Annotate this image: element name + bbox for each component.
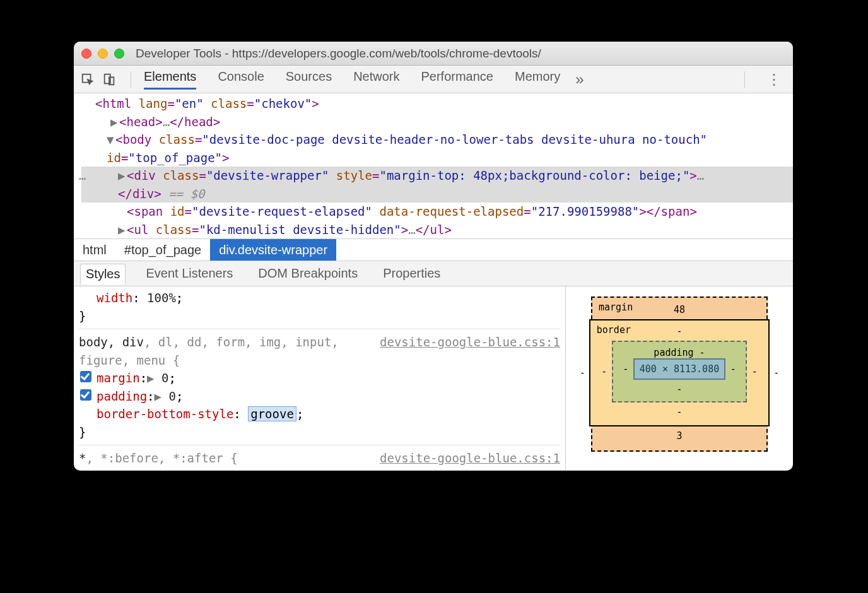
css-source-link[interactable]: devsite-google-blue.css:1 xyxy=(380,449,560,467)
tab-performance[interactable]: Performance xyxy=(421,69,494,90)
box-model-border[interactable]: border - - padding - - 400 × 8113.080 - xyxy=(589,319,770,426)
box-model-margin[interactable]: margin 48 - border - - padding - - xyxy=(591,296,768,452)
dom-node-selected[interactable]: …▶<div class="devsite-wrapper" style="ma… xyxy=(81,167,793,203)
main-toolbar: Elements Console Sources Network Perform… xyxy=(74,66,793,93)
window-controls xyxy=(81,49,124,59)
border-label: border xyxy=(597,324,631,336)
box-model-pane[interactable]: margin 48 - border - - padding - - xyxy=(566,286,793,471)
style-rule[interactable]: width: 100%; } xyxy=(79,289,560,329)
minimize-icon[interactable] xyxy=(98,49,108,59)
css-declaration[interactable]: margin:▶ 0; xyxy=(79,369,560,387)
breadcrumb-item[interactable]: #top_of_page xyxy=(115,239,210,261)
close-icon[interactable] xyxy=(81,49,91,59)
sidebar-subtabs: Styles Event Listeners DOM Breakpoints P… xyxy=(74,261,793,286)
separator xyxy=(131,71,131,88)
css-value[interactable]: 100% xyxy=(147,291,176,305)
dom-node-html[interactable]: <html lang="en" class="chekov"> xyxy=(81,95,793,113)
style-rule[interactable]: devsite-google-blue.css:1 *, *:before, *… xyxy=(79,449,560,471)
css-value-input[interactable]: groove xyxy=(248,406,296,421)
margin-bottom-value[interactable]: 3 xyxy=(604,430,755,442)
padding-left-value[interactable]: - xyxy=(622,363,630,375)
styles-pane[interactable]: width: 100%; } devsite-google-blue.css:1… xyxy=(74,286,566,471)
breadcrumb-item-selected[interactable]: div.devsite-wrapper xyxy=(210,239,336,261)
padding-bottom-value[interactable]: - xyxy=(622,384,737,395)
overflow-tabs-icon[interactable]: » xyxy=(575,71,584,88)
breadcrumb-item[interactable]: html xyxy=(74,239,115,261)
panel-tabs: Elements Console Sources Network Perform… xyxy=(144,69,560,90)
tab-console[interactable]: Console xyxy=(218,69,264,90)
dom-node-span[interactable]: <span id="devsite-request-elapsed" data-… xyxy=(81,203,793,221)
css-declaration-editing[interactable]: border-bottom-style: groove; xyxy=(79,405,560,423)
checkbox-icon[interactable] xyxy=(80,389,91,401)
zoom-icon[interactable] xyxy=(114,49,124,59)
separator xyxy=(744,71,745,88)
padding-right-value[interactable]: - xyxy=(729,363,737,375)
dom-node-head[interactable]: ▶<head>…</head> xyxy=(81,113,793,131)
dom-node-ul[interactable]: ▶<ul class="kd-menulist devsite-hidden">… xyxy=(81,221,793,239)
titlebar[interactable]: Developer Tools - https://developers.goo… xyxy=(74,42,793,66)
box-model-padding[interactable]: padding - - 400 × 8113.080 - - xyxy=(612,341,747,402)
dom-node-body-cont: id="top_of_page"> xyxy=(81,149,793,167)
subtab-styles[interactable]: Styles xyxy=(80,264,126,285)
subtab-event-listeners[interactable]: Event Listeners xyxy=(141,264,238,283)
css-declaration[interactable]: box-sizing: inherit; xyxy=(79,467,560,471)
padding-label: padding - xyxy=(622,347,737,358)
css-property[interactable]: width xyxy=(97,291,132,305)
device-toggle-icon[interactable] xyxy=(100,73,118,86)
devtools-window: Developer Tools - https://developers.goo… xyxy=(74,42,793,471)
dom-tree[interactable]: <html lang="en" class="chekov"> ▶<head>…… xyxy=(74,93,793,238)
border-left-value[interactable]: - xyxy=(601,366,608,377)
margin-left-value[interactable]: - xyxy=(580,367,585,379)
lower-pane: width: 100%; } devsite-google-blue.css:1… xyxy=(74,286,793,471)
css-source-link[interactable]: devsite-google-blue.css:1 xyxy=(380,333,560,351)
menu-kebab-icon[interactable]: ⋮ xyxy=(760,71,788,88)
css-declaration[interactable]: padding:▶ 0; xyxy=(79,387,560,406)
subtab-dom-breakpoints[interactable]: DOM Breakpoints xyxy=(253,264,363,283)
border-bottom-value[interactable]: - xyxy=(601,406,758,418)
breadcrumb: html #top_of_page div.devsite-wrapper xyxy=(74,238,793,261)
dom-node-body[interactable]: ▼<body class="devsite-doc-page devsite-h… xyxy=(81,131,793,149)
tab-sources[interactable]: Sources xyxy=(286,69,332,90)
tab-network[interactable]: Network xyxy=(353,69,399,90)
style-rule[interactable]: devsite-google-blue.css:1 body, div, dl,… xyxy=(79,333,560,445)
box-model-content[interactable]: 400 × 8113.080 xyxy=(633,358,725,380)
tab-elements[interactable]: Elements xyxy=(144,69,196,90)
window-title: Developer Tools - https://developers.goo… xyxy=(136,47,541,61)
subtab-properties[interactable]: Properties xyxy=(378,264,445,283)
inspect-icon[interactable] xyxy=(79,73,97,86)
margin-label: margin xyxy=(599,302,633,313)
border-right-value[interactable]: - xyxy=(751,366,758,377)
checkbox-icon[interactable] xyxy=(80,371,91,382)
tab-memory[interactable]: Memory xyxy=(515,69,560,90)
margin-right-value[interactable]: - xyxy=(773,367,779,379)
